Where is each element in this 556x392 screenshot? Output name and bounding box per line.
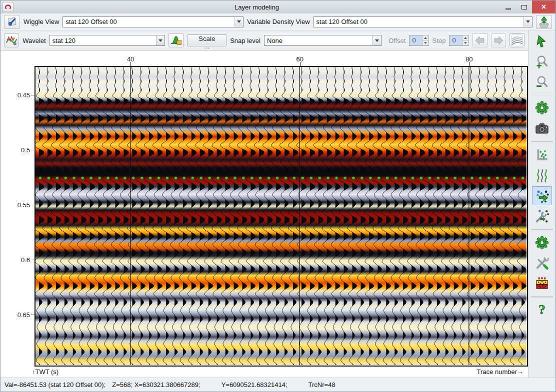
model-settings-button[interactable]: [532, 233, 552, 252]
maximize-icon[interactable]: [516, 0, 532, 13]
horizon-dot: [81, 177, 84, 180]
horizon-dot: [242, 177, 245, 180]
horizon-dot: [488, 177, 490, 180]
status-bar: Val=-86451.53 (stat 120 Offset 00); Z=56…: [0, 378, 556, 392]
horizon-dot: [479, 177, 482, 180]
vd-view-combo[interactable]: stat 120 Offset 00: [314, 16, 532, 27]
offset-stepper[interactable]: 0: [409, 35, 428, 46]
plot-canvas: ↑TWT (s) Trace number→ 4060800.450.50.55…: [0, 50, 528, 378]
snapshot-button[interactable]: [532, 119, 552, 138]
od-logo-glyph: [4, 3, 12, 11]
horizon-dot: [344, 177, 346, 180]
horizon-dot: [513, 177, 516, 180]
horizon-dot: [470, 177, 474, 180]
horizon-dot: [360, 177, 364, 180]
seismic-svg: [36, 67, 526, 365]
horizon-dot: [378, 177, 380, 180]
status-tracenr: TrcNr=48: [308, 381, 336, 389]
horizon-dot: [216, 177, 220, 180]
spinner-up-icon[interactable]: [462, 35, 468, 40]
horizon-dot: [276, 177, 279, 180]
horizon-dot: [412, 177, 414, 180]
spinner-down-icon[interactable]: [422, 40, 428, 46]
layer-properties-button[interactable]: [532, 274, 552, 293]
scale-button[interactable]: Scale ...: [187, 34, 226, 46]
horizon-dot: [428, 177, 432, 180]
layer-modeling-window: Layer modeling × Wiggle View stat 120 Of…: [0, 0, 556, 392]
tools-icon: [534, 256, 550, 271]
horizon-dot: [64, 177, 67, 180]
snap-level-value: None: [264, 37, 372, 44]
horizon-dot: [394, 177, 398, 180]
status-value: Val=-86451.53 (stat 120 Offset 00);: [4, 381, 106, 389]
minimize-icon[interactable]: [500, 0, 516, 13]
zoom-in-button[interactable]: [532, 52, 552, 71]
snapshot-camera-icon: [534, 121, 550, 136]
view-toolbar: Wiggle View stat 120 Offset 00 Variable …: [0, 13, 556, 30]
seismic-plot[interactable]: [34, 66, 528, 367]
titlebar: Layer modeling ×: [0, 0, 556, 13]
horizon-dot: [496, 177, 499, 180]
twt-axis-label: ↑TWT (s): [32, 368, 58, 376]
horizon-dot: [302, 177, 304, 180]
horizon-dot: [124, 177, 126, 180]
fluid-settings-icon: [534, 209, 550, 224]
prev-icon: [474, 34, 486, 46]
pointer-tool-button[interactable]: [532, 32, 552, 51]
horizon-dot: [259, 177, 262, 180]
fluid-settings-button[interactable]: [532, 207, 552, 226]
spinner-up-icon[interactable]: [422, 35, 428, 40]
crossplot-button[interactable]: [532, 145, 552, 164]
help-button[interactable]: ?: [532, 301, 552, 320]
horizon-dot: [234, 177, 236, 180]
settings-gear2-icon: [534, 235, 550, 250]
offset-value: 0: [410, 35, 422, 45]
step-stepper[interactable]: 0: [449, 35, 468, 46]
wavelet-extract-icon: [170, 34, 182, 47]
wiggle-traces-icon: [535, 168, 549, 182]
horizon-dot: [56, 177, 59, 180]
x-tick-mark: [130, 62, 131, 66]
close-icon[interactable]: ×: [532, 0, 556, 13]
zoom-out-button[interactable]: [532, 73, 552, 92]
export-button[interactable]: [536, 15, 552, 29]
horizon-dot: [39, 177, 42, 180]
y-tick-label: 0.45: [7, 91, 30, 98]
wavelet-combo[interactable]: stat 120: [50, 35, 165, 46]
horizon-dot: [140, 177, 144, 180]
od-logo-icon[interactable]: [2, 2, 14, 12]
fluid-replacement-button[interactable]: [532, 186, 552, 205]
horizon-dot: [369, 177, 372, 180]
horizon-dot: [149, 177, 152, 180]
horizon-dot: [115, 177, 118, 180]
display-properties-icon: [6, 15, 18, 28]
snap-level-combo[interactable]: None: [264, 35, 382, 46]
wiggle-traces-button[interactable]: [532, 166, 552, 185]
x-tick-mark: [469, 62, 470, 66]
horizon-dot: [462, 177, 465, 180]
horizon-dot: [183, 177, 186, 180]
display-settings-button[interactable]: [532, 98, 552, 117]
wavelet-label: Wavelet: [22, 37, 46, 44]
next-button[interactable]: [491, 33, 506, 47]
wiggle-display-settings-button[interactable]: [510, 33, 524, 47]
horizon-dot: [326, 177, 330, 180]
svg-text:?: ?: [538, 303, 546, 317]
tools-button[interactable]: [532, 254, 552, 273]
horizon-dot: [208, 177, 211, 180]
toolbar-handle: [532, 296, 552, 298]
prev-button[interactable]: [472, 33, 488, 47]
settings-gear-icon: [534, 100, 550, 115]
wavelet-manager-button[interactable]: [4, 33, 19, 47]
layer-cake-icon: [534, 276, 550, 291]
horizon-dot: [522, 177, 524, 180]
zoom-in-icon: [535, 55, 549, 69]
horizon-dot: [48, 177, 50, 180]
horizon-dot: [225, 177, 228, 180]
wiggle-view-combo[interactable]: stat 120 Offset 00: [62, 16, 244, 27]
spinner-down-icon[interactable]: [462, 40, 468, 46]
horizon-dot: [293, 177, 296, 180]
sidebar-separator: [532, 95, 552, 95]
wavelet-extract-button[interactable]: [168, 33, 184, 47]
display-properties-button[interactable]: [4, 15, 20, 29]
